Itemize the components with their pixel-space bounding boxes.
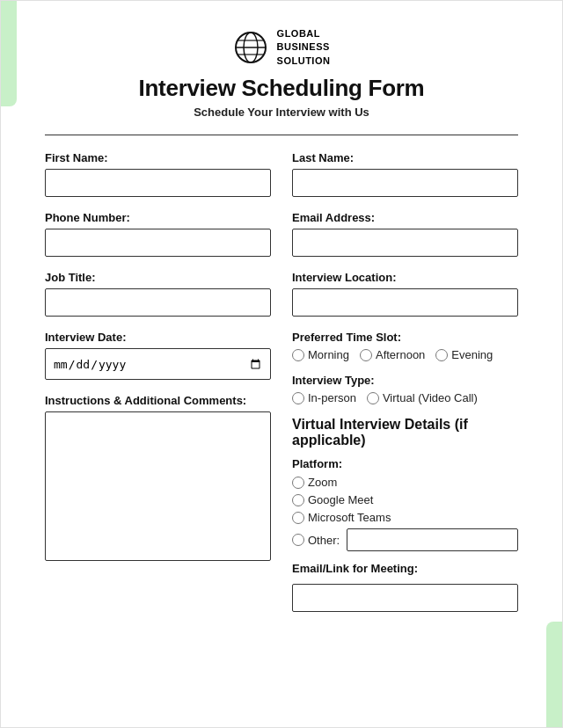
radio-other-label: Other: [308,534,340,547]
radio-zoom[interactable]: Zoom [292,476,518,489]
contact-row: Phone Number: Email Address: [45,211,518,257]
logo-area: GLOBAL BUSINESS SOLUTION [233,27,331,68]
name-row: First Name: Last Name: [45,151,518,197]
radio-other-input[interactable] [292,534,304,546]
date-input[interactable] [45,348,271,380]
job-title-col: Job Title: [45,271,271,317]
radio-evening[interactable]: Evening [435,348,493,361]
time-slot-label: Preferred Time Slot: [292,331,518,344]
email-link-label: Email/Link for Meeting: [292,562,518,575]
other-row: Other: [292,528,518,551]
radio-in-person-label: In-person [308,391,356,404]
location-col: Interview Location: [292,271,518,317]
radio-virtual[interactable]: Virtual (Video Call) [367,391,478,404]
first-name-label: First Name: [45,151,271,164]
right-main-col: Preferred Time Slot: Morning Afternoon E… [292,331,518,612]
date-section: Interview Date: [45,331,271,380]
last-name-input[interactable] [292,169,518,197]
radio-morning-input[interactable] [292,349,304,361]
location-label: Interview Location: [292,271,518,284]
radio-google-meet[interactable]: Google Meet [292,493,518,506]
last-name-col: Last Name: [292,151,518,197]
form-page: GLOBAL BUSINESS SOLUTION Interview Sched… [0,0,563,728]
radio-evening-input[interactable] [435,349,448,361]
radio-in-person[interactable]: In-person [292,391,356,404]
platform-list: Zoom Google Meet Microsoft Teams Other: [292,476,518,551]
email-col: Email Address: [292,211,518,257]
email-link-input[interactable] [292,584,518,612]
time-radio-group: Morning Afternoon Evening [292,348,518,361]
radio-ms-teams-input[interactable] [292,512,304,524]
virtual-section-title: Virtual Interview Details (if applicable… [292,417,518,448]
other-input[interactable] [347,528,518,551]
radio-evening-label: Evening [451,348,493,361]
globe-icon [233,30,268,65]
radio-google-meet-label: Google Meet [308,493,373,506]
comments-label: Instructions & Additional Comments: [45,394,271,407]
first-name-col: First Name: [45,151,271,197]
radio-morning-label: Morning [308,348,349,361]
radio-afternoon[interactable]: Afternoon [360,348,425,361]
radio-afternoon-input[interactable] [360,349,372,361]
virtual-section: Virtual Interview Details (if applicable… [292,417,518,612]
phone-input[interactable] [45,229,271,257]
company-name: GLOBAL BUSINESS SOLUTION [277,27,331,68]
radio-ms-teams[interactable]: Microsoft Teams [292,511,518,524]
location-input[interactable] [292,288,518,317]
header: GLOBAL BUSINESS SOLUTION Interview Sched… [45,27,518,119]
radio-ms-teams-label: Microsoft Teams [308,511,391,524]
radio-virtual-label: Virtual (Video Call) [383,391,478,404]
radio-google-meet-input[interactable] [292,494,304,506]
form-title: Interview Scheduling Form [139,75,425,102]
radio-in-person-input[interactable] [292,392,304,404]
form-subtitle: Schedule Your Interview with Us [194,106,369,119]
platform-label: Platform: [292,457,518,470]
radio-afternoon-label: Afternoon [376,348,425,361]
job-location-row: Job Title: Interview Location: [45,271,518,317]
comments-textarea[interactable] [45,411,271,561]
phone-label: Phone Number: [45,211,271,224]
radio-other[interactable]: Other: [292,534,340,547]
comments-section: Instructions & Additional Comments: [45,394,271,564]
radio-virtual-input[interactable] [367,392,379,404]
left-main-col: Interview Date: Instructions & Additiona… [45,331,271,612]
type-radio-group: In-person Virtual (Video Call) [292,391,518,404]
divider [45,135,518,135]
first-name-input[interactable] [45,169,271,197]
phone-col: Phone Number: [45,211,271,257]
interview-type-section: Interview Type: In-person Virtual (Video… [292,374,518,404]
email-link-section: Email/Link for Meeting: [292,562,518,612]
radio-zoom-input[interactable] [292,477,304,489]
date-label: Interview Date: [45,331,271,344]
email-label: Email Address: [292,211,518,224]
interview-type-label: Interview Type: [292,374,518,387]
radio-zoom-label: Zoom [308,476,337,489]
last-name-label: Last Name: [292,151,518,164]
job-title-label: Job Title: [45,271,271,284]
date-time-row: Interview Date: Instructions & Additiona… [45,331,518,612]
email-input[interactable] [292,229,518,257]
radio-morning[interactable]: Morning [292,348,349,361]
job-title-input[interactable] [45,288,271,317]
time-slot-section: Preferred Time Slot: Morning Afternoon E… [292,331,518,361]
